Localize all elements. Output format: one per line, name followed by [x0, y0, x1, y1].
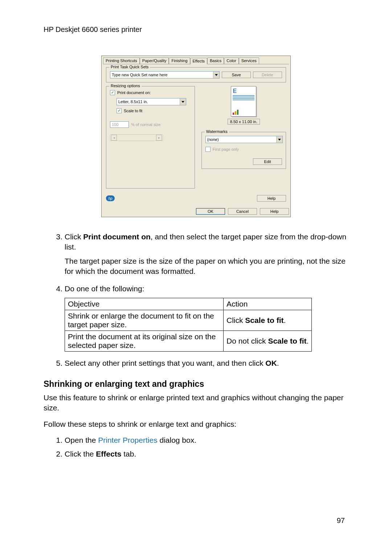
watermarks-legend: Watermarks [205, 129, 229, 134]
save-button[interactable]: Save [222, 72, 251, 78]
delete-button: Delete [253, 72, 282, 78]
page-number: 97 [337, 516, 345, 525]
quick-sets-legend: Print Task Quick Sets [109, 65, 150, 69]
text-bold: Print document on [83, 232, 151, 241]
text: . [284, 316, 286, 324]
preview-letter-icon: E [233, 88, 254, 94]
tab-services[interactable]: Services [239, 57, 259, 64]
dialog-footer: OK Cancel Help [102, 206, 290, 217]
dialog-help-button[interactable]: Help [257, 195, 286, 202]
quick-sets-group: Print Task Quick Sets Type new Quick Set… [106, 67, 286, 82]
text: tab. [121, 450, 136, 458]
page-header: HP Deskjet 6600 series printer [44, 25, 348, 34]
cell-action: Click Scale to fit. [224, 310, 312, 331]
table-header-action: Action [224, 298, 312, 310]
target-paper-size-value: Letter, 8.5x11 in. [117, 98, 180, 105]
print-document-on-checkbox[interactable]: Print document on: [110, 90, 191, 95]
cancel-button[interactable]: Cancel [228, 208, 257, 215]
page-preview: E [231, 86, 256, 117]
quick-set-name-combo[interactable]: Type new Quick Set name here [110, 71, 220, 78]
first-page-only-checkbox: First page only [205, 147, 282, 152]
step-3-note: The target paper size is the size of the… [65, 256, 348, 277]
footer-help-button[interactable]: Help [260, 208, 289, 215]
chevron-down-icon[interactable] [180, 98, 186, 105]
text: Do not click [226, 337, 268, 345]
table-header-objective: Objective [65, 298, 224, 310]
edit-watermark-button[interactable]: Edit [253, 158, 282, 165]
percent-label: % of normal size [131, 122, 160, 127]
text-bold: Effects [96, 450, 121, 458]
text: Do one of the following: [65, 284, 348, 294]
print-properties-dialog: Printing Shortcuts Paper/Quality Finishi… [101, 56, 291, 217]
scale-to-fit-checkbox[interactable]: Scale to fit [117, 108, 191, 113]
step-number: 1. [54, 435, 62, 445]
hp-logo-icon: hp [106, 195, 115, 201]
step-number: 2. [54, 449, 62, 459]
step-5: 5. Select any other print settings that … [54, 358, 348, 368]
dialog-screenshot: Printing Shortcuts Paper/Quality Finishi… [44, 56, 348, 217]
slider-left-icon: ◂ [111, 135, 117, 141]
substep-2: 2. Click the Effects tab. [54, 449, 348, 459]
step-4: 4. Do one of the following: [54, 284, 348, 294]
step-number: 3. [54, 232, 62, 252]
text: . [277, 359, 279, 367]
substep-1: 1. Open the Printer Properties dialog bo… [54, 435, 348, 445]
preview-size-label: 8.50 x 11.00 in. [228, 119, 260, 125]
text-bold: Scale to fit [245, 316, 283, 324]
tab-paper-quality[interactable]: Paper/Quality [140, 57, 169, 64]
text: dialog box. [158, 436, 196, 444]
tab-effects[interactable]: Effects [190, 58, 207, 64]
step-number: 5. [54, 358, 62, 368]
cell-action: Do not click Scale to fit. [224, 331, 312, 351]
target-paper-size-combo[interactable]: Letter, 8.5x11 in. [117, 98, 186, 105]
print-document-on-label: Print document on: [117, 90, 151, 95]
quick-set-name-value: Type new Quick Set name here [110, 72, 213, 78]
checkbox-icon [117, 108, 122, 113]
tab-printing-shortcuts[interactable]: Printing Shortcuts [103, 57, 140, 64]
percent-input [110, 121, 129, 128]
step-number: 4. [54, 284, 62, 294]
preview-chart-icon [233, 109, 254, 115]
text: Click [65, 232, 83, 241]
text: . [307, 337, 309, 345]
watermarks-group: Watermarks (none) First page only Edit [201, 132, 286, 169]
cell-objective: Print the document at its original size … [65, 331, 224, 351]
watermark-combo[interactable]: (none) [205, 136, 283, 143]
text: Click [226, 316, 245, 324]
checkbox-icon [205, 147, 211, 152]
slider-right-icon: ▸ [156, 135, 162, 141]
text-bold: OK [265, 359, 277, 367]
watermark-value: (none) [206, 136, 276, 143]
text: Select any other print settings that you… [65, 359, 265, 367]
chevron-down-icon[interactable] [276, 136, 282, 143]
text: Click the [65, 450, 96, 458]
cell-objective: Shrink or enlarge the document to fit on… [65, 310, 224, 331]
section-para: Follow these steps to shrink or enlarge … [44, 419, 348, 429]
section-heading: Shrinking or enlarging text and graphics [44, 379, 348, 389]
first-page-only-label: First page only [213, 147, 239, 151]
tab-color[interactable]: Color [224, 57, 238, 64]
chevron-down-icon[interactable] [213, 72, 219, 78]
text: Open the [65, 436, 98, 444]
checkbox-icon [110, 90, 115, 95]
resizing-options-group: Resizing options Print document on: Lett… [106, 86, 195, 189]
percent-slider: ◂ ▸ [110, 134, 163, 141]
resizing-legend: Resizing options [109, 84, 142, 88]
ok-button[interactable]: OK [196, 208, 225, 215]
text-bold: Scale to fit [268, 337, 306, 345]
dialog-tabs: Printing Shortcuts Paper/Quality Finishi… [102, 56, 290, 64]
table-row: Print the document at its original size … [65, 331, 312, 351]
table-row: Shrink or enlarge the document to fit on… [65, 310, 312, 331]
scale-to-fit-label: Scale to fit [124, 109, 142, 113]
printer-properties-link[interactable]: Printer Properties [98, 436, 157, 444]
objective-action-table: Objective Action Shrink or enlarge the d… [65, 298, 312, 352]
step-3: 3. Click Print document on, and then sel… [54, 232, 348, 252]
section-para: Use this feature to shrink or enlarge pr… [44, 393, 348, 413]
tab-finishing[interactable]: Finishing [169, 57, 190, 64]
tab-basics[interactable]: Basics [207, 57, 224, 64]
